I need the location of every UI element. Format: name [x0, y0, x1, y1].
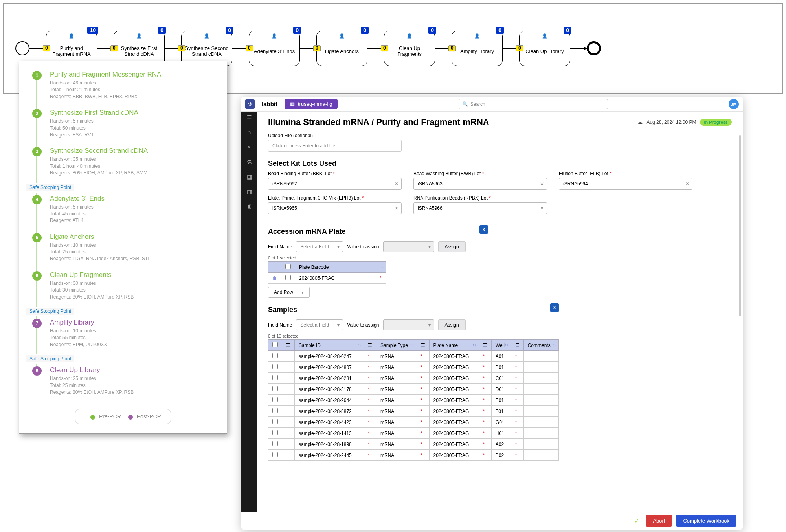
step-number: 5	[32, 233, 42, 242]
step-hands-on: Hands-on: 10 minutes	[50, 242, 218, 249]
sort-icon[interactable]: ↑↓	[357, 343, 361, 347]
samples-heading: Samples	[268, 306, 297, 314]
row-checkbox[interactable]	[272, 397, 278, 402]
sort-icon[interactable]: ↑↓	[472, 343, 476, 347]
step-number: 3	[32, 147, 42, 156]
well: B02	[491, 450, 511, 461]
delete-row-icon[interactable]: 🗑	[272, 275, 277, 281]
assign-button[interactable]: Assign	[438, 241, 466, 252]
grid-nav-icon[interactable]: ▦	[247, 174, 252, 180]
task-label: Synthesize First Strand cDNA	[117, 46, 161, 57]
barcode-icon[interactable]: ▥	[247, 189, 252, 195]
table-row: sample-2024-08-28-4807* mRNA* 20240805-F…	[268, 362, 559, 373]
plate-name: 20240805-FRAG	[429, 373, 479, 384]
lab-icon[interactable]: ⚗	[247, 159, 252, 165]
filter-icon[interactable]: ☰	[417, 340, 429, 351]
workflow-task[interactable]: 👤Ligate Anchors00	[316, 31, 367, 66]
upload-file-input[interactable]: Click or press Enter to add file	[268, 140, 402, 152]
kit-lot-input[interactable]	[268, 178, 402, 190]
row-checkbox[interactable]	[272, 375, 278, 380]
search-input[interactable]: 🔍 Search	[459, 99, 608, 109]
row-checkbox[interactable]	[272, 430, 278, 435]
comments[interactable]	[523, 362, 558, 373]
samples-assign-button[interactable]: Assign	[438, 319, 466, 330]
protocol-step: 2 Synthesize First Strand cDNA Hands-on:…	[28, 106, 218, 145]
comments[interactable]	[523, 384, 558, 395]
filter-icon[interactable]: ☰	[282, 340, 295, 351]
kit-lot-input[interactable]	[559, 178, 692, 190]
comments[interactable]	[523, 406, 558, 417]
sort-icon[interactable]: ↑↓	[505, 343, 509, 347]
workflow-end-event	[587, 41, 601, 55]
samples-field-select[interactable]: Select a Field	[296, 319, 343, 330]
step-reagents: Reagents: 80% EtOH, AMPure XP, RSB	[50, 389, 218, 396]
well: D01	[491, 384, 511, 395]
comments[interactable]	[523, 373, 558, 384]
well: C01	[491, 373, 511, 384]
row-checkbox[interactable]	[272, 419, 278, 424]
kit-lot-input[interactable]	[268, 202, 402, 214]
comments[interactable]	[523, 450, 558, 461]
menu-icon[interactable]: ☰	[247, 114, 252, 120]
row-checkbox[interactable]	[272, 452, 278, 457]
sort-icon[interactable]: ↑↓	[410, 343, 414, 347]
gear-icon[interactable]: ♜	[247, 204, 252, 210]
row-checkbox[interactable]	[285, 275, 291, 280]
add-row-button[interactable]: Add Row	[268, 287, 310, 298]
comments[interactable]	[523, 395, 558, 406]
clear-icon[interactable]: ✕	[540, 181, 544, 187]
well: E01	[491, 395, 511, 406]
protocol-step: 4 Adenylate 3´ Ends Hands-on: 5 minutes …	[28, 193, 218, 231]
workbook-tab[interactable]: ▦ truseq-mrna-lig	[285, 99, 338, 109]
user-avatar[interactable]: JM	[729, 99, 739, 109]
table-row: sample-2024-08-28-1413* mRNA* 20240805-F…	[268, 428, 559, 439]
field-name-label: Field Name	[268, 244, 292, 249]
kit-lot-input[interactable]	[413, 202, 547, 214]
comments[interactable]	[523, 417, 558, 428]
sample-id: sample-2024-08-28-0247	[295, 351, 364, 362]
clear-icon[interactable]: ✕	[540, 205, 544, 211]
value-to-assign-label: Value to assign	[347, 322, 379, 328]
workflow-task[interactable]: 👤Adenylate 3' Ends00	[249, 31, 300, 66]
row-checkbox[interactable]	[272, 408, 278, 413]
clear-icon[interactable]: ✕	[395, 181, 399, 187]
filter-icon[interactable]: ☰	[511, 340, 523, 351]
field-select[interactable]: Select a Field	[296, 241, 343, 252]
protocol-legend: Pre-PCR Post-PCR	[28, 409, 218, 424]
branch-icon[interactable]: ⚬	[247, 144, 252, 150]
excel-export-icon[interactable]: x	[550, 303, 559, 312]
sample-type: mRNA	[376, 373, 417, 384]
workflow-task[interactable]: 👤Amplify Library00	[452, 31, 503, 66]
kit-lot-input[interactable]	[413, 178, 547, 190]
sort-icon[interactable]: ↑↓	[552, 343, 556, 347]
home-icon[interactable]: ⌂	[248, 129, 251, 135]
user-task-icon: 👤	[272, 33, 277, 39]
step-total: Total: 45 minutes	[50, 211, 218, 217]
flask-icon[interactable]: ⚗	[245, 99, 255, 109]
abort-button[interactable]: Abort	[646, 515, 672, 527]
sort-icon[interactable]: ↑↓	[379, 264, 383, 269]
safe-stopping-point: Safe Stopping Point	[26, 355, 74, 362]
row-checkbox[interactable]	[272, 386, 278, 391]
filter-icon[interactable]: ☰	[479, 340, 491, 351]
row-checkbox[interactable]	[272, 364, 278, 369]
row-checkbox[interactable]	[272, 353, 278, 358]
comments[interactable]	[523, 439, 558, 450]
checkmark-icon: ✓	[634, 517, 639, 525]
excel-export-icon[interactable]: x	[479, 225, 488, 234]
scrollbar[interactable]	[739, 135, 741, 316]
pending-count-badge: 0	[43, 45, 50, 51]
workflow-task[interactable]: 👤Clean Up Library00	[519, 31, 570, 66]
select-all-checkbox[interactable]	[285, 264, 291, 269]
complete-workbook-button[interactable]: Complete Workbook	[676, 515, 736, 527]
clear-icon[interactable]: ✕	[395, 205, 399, 211]
comments[interactable]	[523, 351, 558, 362]
filter-icon[interactable]: ☰	[364, 340, 376, 351]
column-header: Plate Name	[433, 343, 458, 348]
select-all-checkbox[interactable]	[272, 342, 278, 347]
clear-icon[interactable]: ✕	[685, 181, 689, 187]
workflow-task[interactable]: 👤Clean Up Fragments00	[384, 31, 435, 66]
row-checkbox[interactable]	[272, 441, 278, 446]
pending-count-badge: 0	[381, 45, 388, 51]
comments[interactable]	[523, 428, 558, 439]
